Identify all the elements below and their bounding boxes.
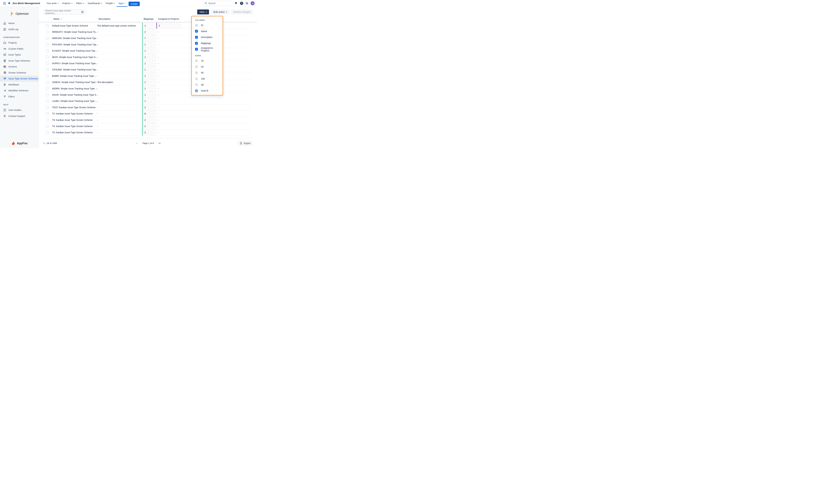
row-checkbox[interactable] xyxy=(46,43,49,46)
row-name: TEST: Kanban Issue Type Screen Scheme xyxy=(52,106,97,109)
unchecked-checkbox-icon[interactable] xyxy=(195,24,198,27)
chevron-down-icon xyxy=(205,11,207,12)
column-header-assigned[interactable]: Assigned to Projects xyxy=(156,17,181,21)
sidebar-item-projects[interactable]: Projects xyxy=(0,40,39,46)
sidebar-item-issue-type-screen-schemes[interactable]: Issue Type Screen Schemes xyxy=(0,76,39,82)
row-description: - xyxy=(97,125,142,128)
sidebar-item-screen-schemes[interactable]: Screen Schemes xyxy=(0,70,39,76)
global-search-input[interactable]: Search xyxy=(203,1,232,6)
row-checkbox[interactable] xyxy=(46,87,49,90)
sidebar-item-filters[interactable]: Filters xyxy=(0,94,39,100)
row-name: KUVAST: Simple Issue Tracking Issue Typ.… xyxy=(52,49,97,52)
nav-item-apps[interactable]: Apps xyxy=(117,0,127,7)
unselected-radio-icon[interactable] xyxy=(195,83,198,86)
table-row[interactable]: T3: Kanban Issue Type Screen Scheme-2- xyxy=(43,117,253,123)
row-checkbox[interactable] xyxy=(46,93,49,96)
nav-item-label: People xyxy=(106,2,113,5)
selected-radio-icon[interactable] xyxy=(195,89,198,92)
column-header-name[interactable]: Name xyxy=(52,17,97,21)
export-button[interactable]: Export xyxy=(237,141,253,146)
row-checkbox[interactable] xyxy=(46,131,49,134)
column-header-description[interactable]: Description xyxy=(97,17,142,21)
row-checkbox[interactable] xyxy=(46,62,49,65)
jira-logo xyxy=(8,1,11,5)
sidebar-item-home[interactable]: Home xyxy=(0,20,39,26)
column-option-name[interactable]: Name xyxy=(195,28,221,34)
sidebar-item-contact-support[interactable]: Contact Support xyxy=(0,113,39,119)
rows-option-25[interactable]: 25 xyxy=(195,64,221,70)
sidebar-item-workflows[interactable]: Workflows xyxy=(0,82,39,88)
sidebar-item-issue-type-schemes[interactable]: Issue Type Schemes xyxy=(0,58,39,64)
sidebar-item-workflow-schemes[interactable]: Workflow Schemes xyxy=(0,88,39,94)
row-mappings-value: 1 xyxy=(144,56,146,58)
unselected-radio-icon[interactable] xyxy=(195,71,198,74)
nav-item-people[interactable]: People xyxy=(104,0,117,7)
row-checkbox[interactable] xyxy=(46,106,49,109)
checked-checkbox-icon[interactable] xyxy=(195,30,198,33)
rows-option-100[interactable]: 100 xyxy=(195,76,221,82)
checked-checkbox-icon[interactable] xyxy=(195,42,198,45)
row-checkbox[interactable] xyxy=(46,119,49,121)
nav-item-projects[interactable]: Projects xyxy=(60,0,74,7)
unselected-radio-icon[interactable] xyxy=(195,65,198,68)
rows-option-auto-fit[interactable]: Auto-fit xyxy=(195,88,221,94)
checked-checkbox-icon[interactable] xyxy=(195,48,198,51)
table-row[interactable]: T2: Kanban Issue Type Screen Scheme-6- xyxy=(43,111,253,117)
table-row[interactable]: LAJBU: Simple Issue Tracking Issue Type … xyxy=(43,98,253,104)
column-header-mappings[interactable]: Mappings xyxy=(142,17,156,21)
nav-item-dashboards[interactable]: Dashboards xyxy=(86,0,104,7)
row-checkbox[interactable] xyxy=(46,112,49,115)
sidebar-item-custom-fields[interactable]: AaCustom Fields xyxy=(0,46,39,52)
column-option-label: ID xyxy=(201,24,203,27)
row-checkbox[interactable] xyxy=(46,68,49,71)
sidebar-item-screens[interactable]: Screens xyxy=(0,64,39,70)
table-row[interactable]: T5: Kanban Issue Type Screen Scheme-2- xyxy=(43,130,253,136)
scheme-search-input[interactable]: Search issue type screen schemes... ✕ xyxy=(43,9,85,14)
row-mappings: 1 xyxy=(142,79,156,85)
bulk-action-button[interactable]: Bulk action xyxy=(211,9,229,14)
nav-item-your-work[interactable]: Your work xyxy=(45,0,60,7)
checked-checkbox-icon[interactable] xyxy=(195,36,198,39)
row-checkbox[interactable] xyxy=(46,24,49,27)
row-name: T5: Kanban Issue Type Screen Scheme xyxy=(52,131,97,134)
column-option-assigned-to-projects[interactable]: Assigned to Projects xyxy=(195,46,221,52)
product-title: Jira Work Management xyxy=(12,2,40,5)
row-checkbox[interactable] xyxy=(46,75,49,77)
rows-option-10[interactable]: 10 xyxy=(195,58,221,64)
row-name: LAJBU: Simple Issue Tracking Issue Type … xyxy=(52,100,97,102)
avatar[interactable]: JR xyxy=(251,1,254,5)
row-checkbox[interactable] xyxy=(46,49,49,52)
notifications-icon[interactable] xyxy=(234,2,238,5)
view-button[interactable]: View xyxy=(197,9,209,14)
settings-icon[interactable]: ⚙ xyxy=(245,2,248,5)
row-checkbox[interactable] xyxy=(46,100,49,103)
sidebar-item-audit-log[interactable]: Audit Log xyxy=(0,26,39,32)
app-switcher-icon[interactable] xyxy=(2,0,7,7)
column-option-id[interactable]: ID xyxy=(195,22,221,28)
row-checkbox-cell xyxy=(43,93,52,96)
sidebar-item-user-guides[interactable]: User Guides xyxy=(0,107,39,113)
table-row[interactable]: T4: Kanban Issue Type Screen Scheme-2- xyxy=(43,123,253,129)
next-page-icon[interactable]: → xyxy=(158,142,160,145)
row-checkbox[interactable] xyxy=(46,37,49,40)
row-checkbox[interactable] xyxy=(46,31,49,33)
rows-option-all[interactable]: All xyxy=(195,82,221,88)
row-name: HURVU: Simple Issue Tracking Issue Type.… xyxy=(52,62,97,65)
sidebar-item-issue-types[interactable]: Issue Types xyxy=(0,52,39,58)
create-button[interactable]: Create xyxy=(129,2,140,6)
unselected-radio-icon[interactable] xyxy=(195,59,198,62)
clear-search-icon[interactable]: ✕ xyxy=(81,11,84,13)
row-checkbox[interactable] xyxy=(46,56,49,58)
previous-page-icon[interactable]: ← xyxy=(136,142,138,145)
nav-item-filters[interactable]: Filters xyxy=(74,0,86,7)
help-icon[interactable]: ? xyxy=(240,2,243,5)
row-checkbox[interactable] xyxy=(46,125,49,128)
table-row[interactable]: TEST: Kanban Issue Type Screen Scheme-2- xyxy=(43,104,253,111)
unselected-radio-icon[interactable] xyxy=(195,77,198,80)
row-description: - xyxy=(97,75,142,77)
row-mappings: 6 xyxy=(142,111,156,117)
column-option-description[interactable]: Description xyxy=(195,34,221,40)
row-checkbox[interactable] xyxy=(46,81,49,84)
rows-option-50[interactable]: 50 xyxy=(195,70,221,76)
column-option-mappings[interactable]: Mappings xyxy=(195,40,221,46)
